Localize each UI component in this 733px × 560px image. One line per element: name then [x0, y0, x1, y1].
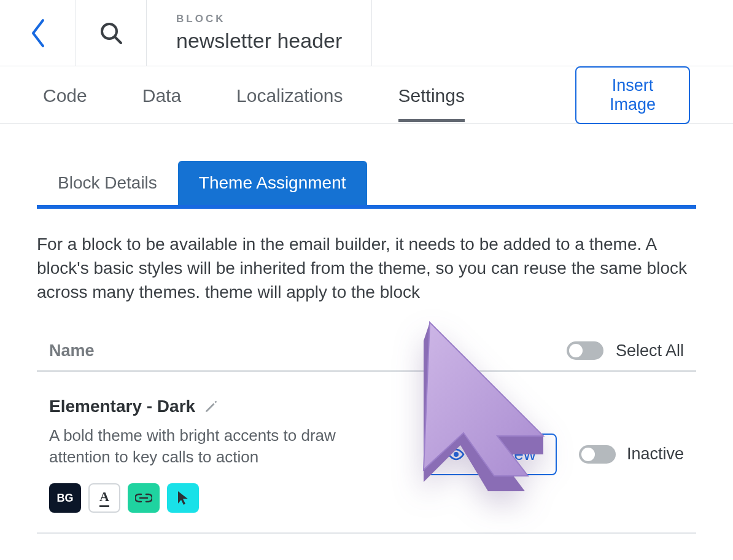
block-title: newsletter header [176, 29, 342, 53]
svg-line-1 [115, 37, 121, 43]
subtab-theme-assignment[interactable]: Theme Assignment [178, 161, 367, 205]
theme-assignment-help: For a block to be available in the email… [37, 232, 696, 305]
link-icon [135, 492, 152, 504]
select-all-control: Select All [567, 341, 684, 360]
block-title-cell: BLOCK newsletter header [147, 0, 372, 66]
theme-description: A bold theme with bright accents to draw… [49, 425, 393, 469]
column-name-header: Name [49, 341, 95, 360]
tab-settings[interactable]: Settings [398, 68, 465, 122]
theme-name: Elementary - Dark [49, 397, 195, 416]
swatch-link[interactable] [128, 483, 160, 513]
swatch-font[interactable]: A [88, 483, 120, 513]
block-label: BLOCK [176, 13, 342, 25]
tab-code[interactable]: Code [43, 68, 87, 122]
search-icon [99, 21, 123, 45]
theme-row: Elementary - Dark A bold theme with brig… [37, 372, 696, 535]
back-button[interactable] [0, 0, 76, 66]
theme-active-toggle[interactable] [579, 445, 616, 464]
theme-status: Inactive [579, 445, 684, 464]
preview-label: Preview [475, 445, 536, 464]
tab-data[interactable]: Data [142, 68, 181, 122]
chevron-left-icon [29, 18, 47, 49]
pencil-icon [204, 399, 219, 414]
select-all-label: Select All [616, 341, 684, 360]
theme-status-label: Inactive [627, 445, 684, 464]
select-all-toggle[interactable] [567, 341, 603, 360]
insert-image-button[interactable]: Insert Image [575, 66, 690, 124]
edit-theme-name-button[interactable] [204, 399, 219, 414]
font-glyph: A [99, 489, 109, 507]
top-bar: BLOCK newsletter header [0, 0, 733, 66]
subtab-block-details[interactable]: Block Details [37, 161, 178, 205]
theme-info: Elementary - Dark A bold theme with brig… [49, 397, 393, 513]
svg-point-2 [454, 452, 459, 457]
theme-swatches: BG A [49, 483, 393, 513]
tab-localizations[interactable]: Localizations [236, 68, 343, 122]
sub-tabs: Block Details Theme Assignment [37, 161, 696, 209]
swatch-cursor[interactable] [167, 483, 199, 513]
preview-button[interactable]: Preview [427, 434, 557, 475]
eye-icon [448, 448, 465, 461]
settings-content: Block Details Theme Assignment For a blo… [0, 124, 733, 559]
cursor-icon [177, 490, 189, 506]
search-button[interactable] [76, 0, 147, 66]
main-tabs: Code Data Localizations Settings Insert … [0, 66, 733, 124]
theme-list-header: Name Select All [37, 332, 696, 372]
theme-actions: Preview Inactive [427, 434, 684, 475]
swatch-background[interactable]: BG [49, 483, 81, 513]
